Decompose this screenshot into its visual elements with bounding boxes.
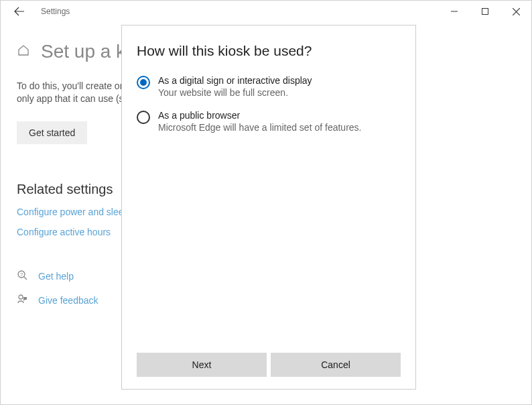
radio-description: Microsoft Edge will have a limited set o… xyxy=(158,122,361,133)
dialog-buttons: Next Cancel xyxy=(137,353,401,377)
feedback-icon xyxy=(17,294,29,307)
radio-group: As a digital sign or interactive display… xyxy=(137,75,401,145)
titlebar: Settings xyxy=(1,1,531,22)
get-help-link: Get help xyxy=(38,271,74,282)
radio-label: As a digital sign or interactive display xyxy=(158,75,312,86)
next-button[interactable]: Next xyxy=(137,353,267,377)
radio-dot xyxy=(140,79,147,86)
close-button[interactable] xyxy=(501,1,531,22)
svg-rect-1 xyxy=(482,9,488,15)
minimize-icon xyxy=(451,8,458,15)
settings-window: Settings Set up a kiosk To do this, you'… xyxy=(0,0,532,405)
minimize-button[interactable] xyxy=(439,1,470,22)
radio-label: As a public browser xyxy=(158,110,361,121)
get-started-button[interactable]: Get started xyxy=(17,121,87,144)
radio-indicator xyxy=(137,111,150,124)
home-icon xyxy=(17,44,30,60)
maximize-icon xyxy=(482,8,488,15)
help-icon: ? xyxy=(17,270,29,283)
window-controls xyxy=(439,1,531,22)
close-icon xyxy=(513,8,520,15)
feedback-link: Give feedback xyxy=(38,295,98,306)
kiosk-usage-dialog: How will this kiosk be used? As a digita… xyxy=(121,25,416,390)
maximize-button[interactable] xyxy=(470,1,501,22)
radio-text: As a digital sign or interactive display… xyxy=(158,75,312,98)
svg-point-4 xyxy=(19,295,23,299)
cancel-button[interactable]: Cancel xyxy=(271,353,401,377)
radio-description: Your website will be full screen. xyxy=(158,87,312,98)
dialog-title: How will this kiosk be used? xyxy=(137,43,401,59)
radio-digital-sign[interactable]: As a digital sign or interactive display… xyxy=(137,75,401,98)
back-button[interactable] xyxy=(11,3,27,19)
radio-text: As a public browser Microsoft Edge will … xyxy=(158,110,361,133)
radio-indicator-selected xyxy=(137,76,150,89)
window-title: Settings xyxy=(41,7,70,16)
svg-text:?: ? xyxy=(20,272,23,278)
radio-public-browser[interactable]: As a public browser Microsoft Edge will … xyxy=(137,110,401,133)
arrow-left-icon xyxy=(14,6,25,17)
